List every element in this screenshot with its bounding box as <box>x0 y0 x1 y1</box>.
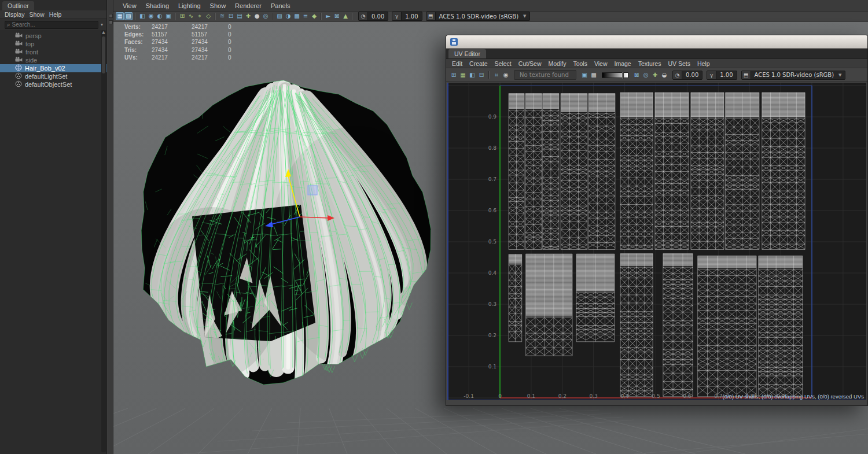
uv-toolbar-separator <box>488 71 490 79</box>
svg-text:0.7: 0.7 <box>714 393 722 399</box>
joint-xray-icon[interactable]: ✚ <box>244 12 252 20</box>
viewport-menu-view[interactable]: View <box>118 2 141 9</box>
snap-to-view-plane-icon[interactable]: ⌖ <box>196 12 204 20</box>
checker-tile-icon[interactable]: ▩ <box>590 71 598 79</box>
uv-menu-cut-sew[interactable]: Cut/Sew <box>515 60 545 67</box>
make-live-icon[interactable]: ◇ <box>204 12 212 20</box>
snap-to-curve-icon[interactable]: ∿ <box>187 12 195 20</box>
uv-menu-create[interactable]: Create <box>466 60 491 67</box>
isolate-uv-icon[interactable]: ✚ <box>651 71 659 79</box>
svg-text:0.7: 0.7 <box>488 176 496 182</box>
viewport-menu-show[interactable]: Show <box>205 2 231 9</box>
isolate-select-icon[interactable]: ⊟ <box>227 12 235 20</box>
hud-row-verts: Verts:24217242170 <box>124 23 235 31</box>
textured-display-icon[interactable]: ◎ <box>262 12 270 20</box>
uv-distortion-icon[interactable]: ⊟ <box>477 71 486 79</box>
flat-shade-all-icon[interactable]: ◐ <box>156 12 164 20</box>
gamma-field[interactable]: γ1.00 <box>392 12 422 21</box>
hud-row-uvs: UVs:24217242170 <box>124 54 235 61</box>
outliner-item-defaultobjectset[interactable]: defaultObjectSet <box>0 80 106 88</box>
uv-menu-help[interactable]: Help <box>694 60 713 67</box>
outliner-scrollbar[interactable]: ▲ <box>101 30 106 452</box>
exposure-field[interactable]: ◔0.00 <box>358 12 388 21</box>
svg-text:0.6: 0.6 <box>683 393 692 399</box>
snap-to-point-icon[interactable]: ⊞ <box>178 12 186 20</box>
viewport-menu-lighting[interactable]: Lighting <box>174 2 205 9</box>
search-box[interactable]: ⌕ <box>5 21 98 29</box>
uv-menu-edit[interactable]: Edit <box>448 60 466 67</box>
outliner-title[interactable]: Outliner <box>2 1 34 10</box>
viewport-menu-shading[interactable]: Shading <box>141 2 174 9</box>
motion-blur-icon[interactable]: ≡ <box>301 12 310 20</box>
scroll-up-icon[interactable]: ▲ <box>102 30 105 35</box>
scrollbar-handle[interactable] <box>102 36 105 73</box>
checker-map-icon[interactable]: ⌗ <box>492 71 501 79</box>
shaded-uv-display-icon[interactable]: ◧ <box>468 71 476 79</box>
uv-menu-uv-sets[interactable]: UV Sets <box>664 60 694 67</box>
snap-to-texture-icon[interactable]: ▨ <box>124 12 133 20</box>
pixel-snap-icon[interactable]: ▦ <box>459 71 467 79</box>
uv-view-transform-dropdown[interactable]: ⬒ACES 1.0 SDR-video (sRGB)▼ <box>741 71 845 80</box>
viewport-menu-renderer[interactable]: Renderer <box>230 2 266 9</box>
panel-splitter[interactable] <box>108 0 113 454</box>
render-current-frame-icon[interactable]: ⊠ <box>333 12 341 20</box>
search-filter-dropdown-icon[interactable]: ▾ <box>101 22 103 27</box>
svg-text:0.5: 0.5 <box>652 393 660 399</box>
hud-row-faces: Faces:27434274340 <box>124 38 235 46</box>
svg-text:0.2: 0.2 <box>488 333 496 338</box>
item-label: top <box>25 40 34 47</box>
uv-menu-tools[interactable]: Tools <box>569 60 591 67</box>
view-transform-dropdown[interactable]: ⬒ACES 1.0 SDR-video (sRGB)▼ <box>426 12 530 21</box>
xray-display-icon[interactable]: ▤ <box>236 12 244 20</box>
svg-text:0.1: 0.1 <box>488 364 496 370</box>
exposure-toggle-icon[interactable]: ◒ <box>660 71 668 79</box>
uv-editor-toolbar: ⊞▦◧⊟⌗◉No texture found▣▩⊠◎✚◒◔0.00γ1.00⬒A… <box>446 68 867 82</box>
value-ramp-slider[interactable] <box>602 72 628 78</box>
bounding-box-display-icon[interactable]: ▣ <box>164 12 172 20</box>
uv-grid-toggle-icon[interactable]: ⊞ <box>450 71 458 79</box>
uv-snapshot-icon[interactable]: ◉ <box>502 71 510 79</box>
outliner-search-input[interactable] <box>12 21 96 28</box>
wireframe-on-shaded-icon[interactable]: ◧ <box>138 12 146 20</box>
outliner-menu-show[interactable]: Show <box>29 11 49 18</box>
viewport-toolbar-separator <box>272 13 273 20</box>
anti-aliasing-icon[interactable]: ◆ <box>310 12 318 20</box>
ipr-render-icon[interactable]: ▲ <box>341 12 350 20</box>
svg-text:0.6: 0.6 <box>488 208 497 213</box>
playblast-icon[interactable]: ► <box>324 12 332 20</box>
svg-text:0: 0 <box>498 393 502 399</box>
layout-four-pane-icon[interactable] <box>109 20 113 24</box>
view-transform-dropdown-value: ACES 1.0 SDR-video (sRGB) <box>436 13 523 20</box>
uv-tab-strip: UV Editor <box>446 49 867 58</box>
uv-exposure-field[interactable]: ◔0.00 <box>672 71 703 80</box>
texture-selector-field[interactable]: No texture found <box>514 70 576 80</box>
outliner-tab-row: Outliner <box>0 0 106 10</box>
ambient-occlusion-icon[interactable]: ▩ <box>293 12 301 20</box>
shadows-display-icon[interactable]: ◑ <box>284 12 292 20</box>
outliner-menu-display[interactable]: Display <box>5 11 29 18</box>
uv-menu-image[interactable]: Image <box>611 60 635 67</box>
tab-uv-editor[interactable]: UV Editor <box>448 49 486 58</box>
svg-text:0.4: 0.4 <box>620 393 629 399</box>
viewport-menu-panels[interactable]: Panels <box>266 2 295 9</box>
default-material-icon[interactable]: ● <box>253 12 261 20</box>
outliner-menubar: DisplayShowHelp <box>0 10 106 19</box>
uv-gamma-field[interactable]: γ1.00 <box>707 71 737 80</box>
outliner-menu-help[interactable]: Help <box>49 11 67 18</box>
frame-selection-icon[interactable]: ◎ <box>642 71 650 79</box>
item-label: persp <box>25 32 42 39</box>
frame-all-icon[interactable]: ⊠ <box>632 71 641 79</box>
construction-history-icon[interactable]: ≋ <box>218 12 226 20</box>
uv-canvas[interactable]: 0.10.20.30.40.50.60.70.80.9-0.100.10.20.… <box>447 83 866 400</box>
display-image-toggle-icon[interactable]: ▣ <box>580 71 589 79</box>
use-all-lights-icon[interactable]: ▧ <box>275 12 284 20</box>
uv-menu-textures[interactable]: Textures <box>635 60 665 67</box>
uv-menu-view[interactable]: View <box>591 60 611 67</box>
layout-single-pane-icon[interactable] <box>109 14 113 18</box>
uv-window-titlebar[interactable] <box>446 35 867 49</box>
snap-to-grid-icon[interactable]: ▦ <box>116 12 124 20</box>
uv-menu-modify[interactable]: Modify <box>545 60 569 67</box>
smooth-shade-all-icon[interactable]: ◉ <box>147 12 155 20</box>
uv-menu-select[interactable]: Select <box>491 60 515 67</box>
ramp-slider-handle[interactable] <box>622 72 624 79</box>
